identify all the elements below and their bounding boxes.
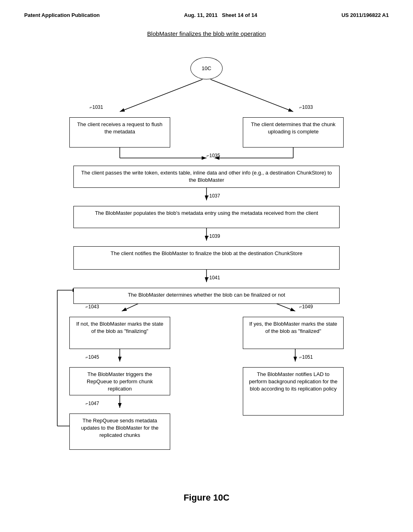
ref-1037: ⌐1037 [206,193,413,199]
start-node: 10C [190,57,223,79]
ref-1033: ⌐1033 [299,104,400,110]
ref-1035: ⌐1035 [206,153,413,158]
header-right: US 2011/196822 A1 [342,12,389,18]
flowchart-wrapper: 10C ⌐1031 The client receives a request … [33,49,380,484]
ref-1043: ⌐1043 [86,304,186,310]
header-middle: Aug. 11, 2011 Sheet 14 of 14 [184,12,257,18]
box-1043: If not, the BlobMaster marks the state o… [69,317,170,349]
box-1033: The client determines that the chunk upl… [243,117,344,148]
page-header: Patent Application Publication Aug. 11, … [0,0,413,22]
svg-line-2 [211,79,293,112]
ref-1041: ⌐1041 [206,275,413,281]
header-left: Patent Application Publication [24,12,100,18]
ref-1051: ⌐1051 [299,354,400,360]
diagram-container: BlobMaster finalizes the blob write oper… [0,22,413,511]
box-1051: The BlobMaster notifies LAD to perform b… [243,367,344,416]
box-1047: The RepQueue sends metadata updates to t… [69,414,170,450]
ref-1031: ⌐1031 [90,104,190,110]
box-1049: If yes, the BlobMaster marks the state o… [243,317,344,349]
box-1037: The BlobMaster populates the blob's meta… [73,206,340,228]
box-1039: The client notifies the BlobMaster to fi… [73,246,340,270]
box-1045: The BlobMaster triggers the RepQueue to … [69,367,170,395]
figure-label: Figure 10C [184,493,229,503]
box-1035: The client passes the write token, exten… [73,166,340,188]
ref-1039: ⌐1039 [206,233,413,239]
ref-1047: ⌐1047 [86,401,186,406]
ref-1045: ⌐1045 [86,354,186,360]
box-1041: The BlobMaster determines whether the bl… [73,288,340,304]
ref-1049: ⌐1049 [299,304,400,310]
diagram-title: BlobMaster finalizes the blob write oper… [147,30,266,37]
box-1031: The client receives a request to flush t… [69,117,170,148]
